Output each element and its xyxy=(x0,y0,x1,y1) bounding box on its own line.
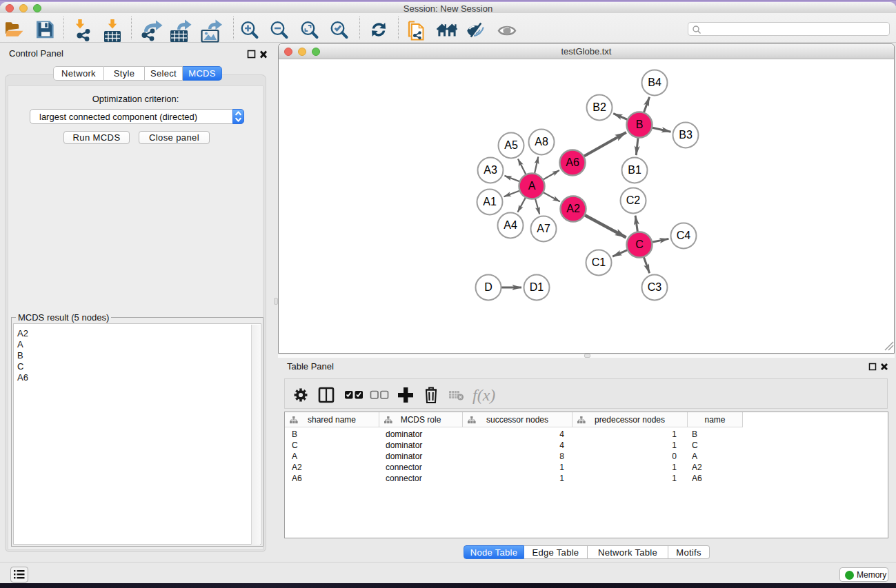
svg-text:A2: A2 xyxy=(566,203,580,214)
svg-text:A3: A3 xyxy=(484,164,497,176)
svg-text:B2: B2 xyxy=(593,101,606,113)
svg-text:A8: A8 xyxy=(535,136,548,148)
svg-text:C2: C2 xyxy=(626,194,641,206)
svg-text:A5: A5 xyxy=(504,139,518,151)
svg-text:C1: C1 xyxy=(592,256,606,268)
svg-text:A: A xyxy=(528,180,536,192)
svg-text:A6: A6 xyxy=(566,156,579,168)
svg-text:A4: A4 xyxy=(504,219,517,231)
svg-text:D: D xyxy=(484,281,492,293)
svg-text:D1: D1 xyxy=(530,281,544,293)
svg-text:B4: B4 xyxy=(648,77,661,88)
svg-text:C4: C4 xyxy=(677,230,691,241)
svg-text:C: C xyxy=(635,239,644,250)
svg-text:C3: C3 xyxy=(648,281,662,293)
svg-text:A7: A7 xyxy=(537,223,550,234)
svg-text:f(x): f(x) xyxy=(472,386,495,404)
svg-text:A1: A1 xyxy=(483,196,497,207)
svg-text:B: B xyxy=(636,119,644,130)
svg-text:B1: B1 xyxy=(628,164,641,176)
svg-text:B3: B3 xyxy=(679,129,693,141)
